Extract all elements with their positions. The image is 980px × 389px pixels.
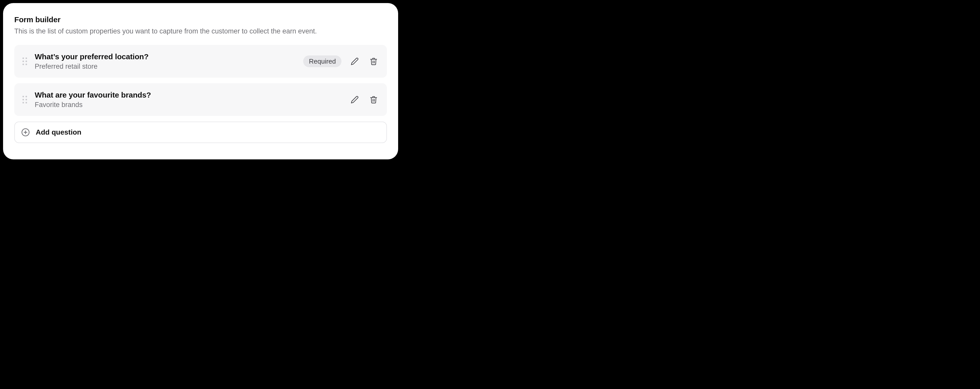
trash-icon: [369, 96, 378, 104]
svg-point-3: [25, 61, 27, 62]
svg-point-7: [25, 96, 27, 97]
svg-point-0: [22, 57, 24, 59]
drag-handle-icon[interactable]: [21, 94, 29, 105]
section-title: Form builder: [14, 15, 387, 24]
question-actions: [349, 94, 379, 105]
question-row: What’s your preferred location? Preferre…: [14, 45, 387, 78]
pencil-icon: [351, 96, 359, 104]
plus-circle-icon: [21, 128, 30, 137]
trash-icon: [369, 57, 378, 65]
form-builder-card: Form builder This is the list of custom …: [3, 3, 398, 159]
svg-point-6: [22, 96, 24, 97]
svg-point-5: [25, 64, 27, 65]
question-title: What’s your preferred location?: [35, 53, 303, 61]
section-description: This is the list of custom properties yo…: [14, 27, 387, 36]
drag-handle-icon[interactable]: [21, 56, 29, 67]
question-texts: What are your favourite brands? Favorite…: [35, 91, 349, 109]
question-actions: Required: [303, 56, 379, 67]
question-subtitle: Preferred retail store: [35, 62, 303, 70]
edit-button[interactable]: [349, 94, 360, 105]
svg-point-11: [25, 102, 27, 104]
question-subtitle: Favorite brands: [35, 101, 349, 109]
pencil-icon: [351, 57, 359, 65]
edit-button[interactable]: [349, 56, 360, 67]
required-badge: Required: [303, 56, 342, 67]
delete-button[interactable]: [368, 94, 379, 105]
question-texts: What’s your preferred location? Preferre…: [35, 53, 303, 70]
svg-point-10: [22, 102, 24, 104]
svg-point-2: [22, 61, 24, 62]
svg-point-9: [25, 99, 27, 100]
delete-button[interactable]: [368, 56, 379, 67]
add-question-button[interactable]: Add question: [14, 121, 387, 143]
svg-point-4: [22, 64, 24, 65]
add-question-label: Add question: [36, 128, 81, 136]
question-title: What are your favourite brands?: [35, 91, 349, 99]
svg-point-8: [22, 99, 24, 100]
question-list: What’s your preferred location? Preferre…: [14, 45, 387, 116]
question-row: What are your favourite brands? Favorite…: [14, 83, 387, 116]
svg-point-1: [25, 57, 27, 59]
